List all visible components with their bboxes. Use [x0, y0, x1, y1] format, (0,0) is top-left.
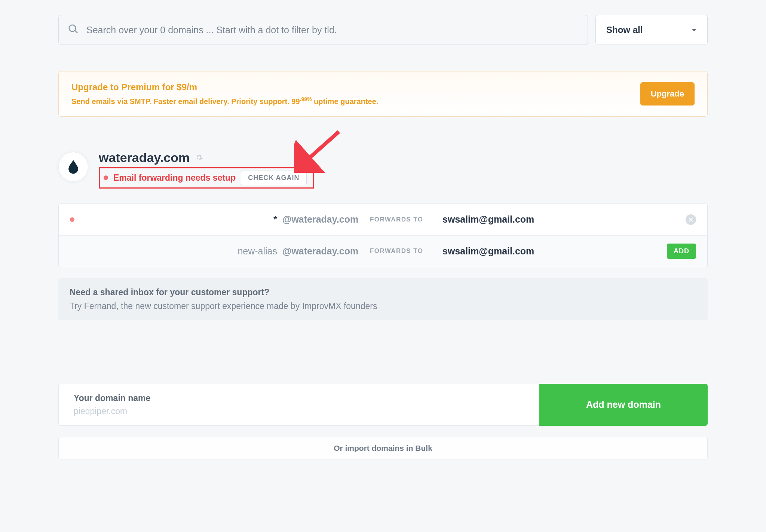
- upgrade-button[interactable]: Upgrade: [640, 82, 695, 106]
- add-domain-button[interactable]: Add new domain: [539, 384, 708, 426]
- alias-row-new: new-alias @wateraday.com FORWARDS TO sws…: [59, 235, 707, 267]
- alias-target[interactable]: swsalim@gmail.com: [442, 214, 653, 225]
- add-domain-input[interactable]: [74, 406, 524, 416]
- alias-domain-suffix: @wateraday.com: [282, 246, 365, 257]
- chevron-down-icon: [692, 29, 697, 31]
- add-domain-row: Your domain name Add new domain: [58, 384, 708, 426]
- forwards-to-label: FORWARDS TO: [370, 247, 437, 255]
- upgrade-title: Upgrade to Premium for $9/m: [71, 82, 640, 92]
- domain-name[interactable]: wateraday.com: [99, 150, 190, 165]
- search-box[interactable]: [58, 15, 588, 45]
- promo-question: Need a shared inbox for your customer su…: [70, 287, 696, 297]
- gear-icon[interactable]: [195, 153, 203, 162]
- bulk-import-button[interactable]: Or import domains in Bulk: [58, 437, 708, 459]
- status-box: Email forwarding needs setup CHECK AGAIN: [99, 167, 314, 189]
- promo-answer: Try Fernand, the new customer support ex…: [70, 301, 696, 311]
- filter-selected: Show all: [606, 25, 643, 35]
- alias-table: * @wateraday.com FORWARDS TO swsalim@gma…: [58, 204, 708, 267]
- upgrade-subtitle: Send emails via SMTP. Faster email deliv…: [71, 96, 640, 106]
- alias-name-input[interactable]: new-alias: [98, 246, 277, 257]
- add-alias-button[interactable]: ADD: [667, 244, 696, 259]
- status-dot-icon: [104, 175, 108, 180]
- remove-alias-button[interactable]: [686, 214, 696, 225]
- status-text: Email forwarding needs setup: [113, 173, 236, 183]
- check-again-button[interactable]: CHECK AGAIN: [241, 171, 306, 185]
- alias-domain-suffix: @wateraday.com: [282, 214, 365, 225]
- fernand-promo[interactable]: Need a shared inbox for your customer su…: [58, 278, 708, 320]
- domain-section: wateraday.com Email forwarding needs set…: [58, 150, 708, 459]
- filter-select[interactable]: Show all: [595, 15, 708, 45]
- alias-name[interactable]: *: [98, 214, 277, 225]
- add-domain-label: Your domain name: [74, 393, 524, 403]
- domain-avatar: [58, 152, 88, 182]
- upgrade-banner: Upgrade to Premium for $9/m Send emails …: [58, 71, 708, 117]
- droplet-icon: [65, 159, 82, 175]
- search-icon: [68, 24, 86, 36]
- search-input[interactable]: [86, 25, 579, 36]
- alias-target-input[interactable]: swsalim@gmail.com: [442, 246, 653, 257]
- alias-row: * @wateraday.com FORWARDS TO swsalim@gma…: [59, 204, 707, 235]
- forwards-to-label: FORWARDS TO: [370, 216, 437, 223]
- close-icon: [689, 217, 693, 222]
- status-dot-icon: [70, 217, 74, 222]
